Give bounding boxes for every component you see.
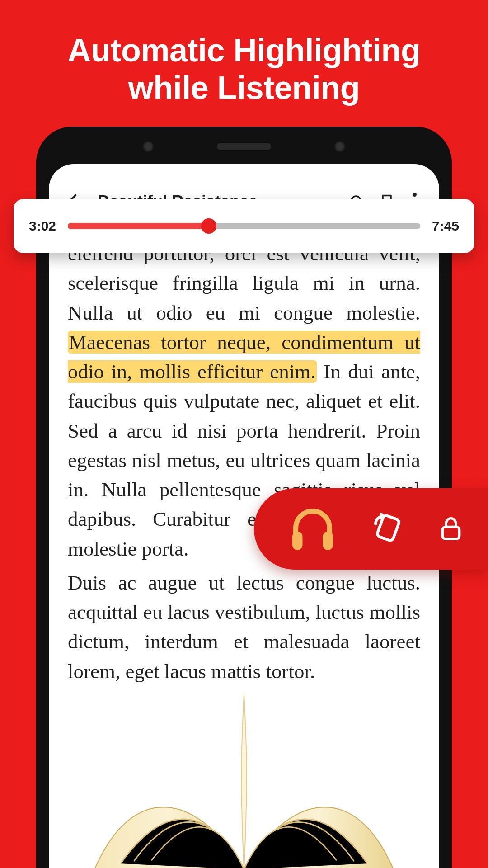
camera-dot-icon (334, 141, 345, 152)
svg-rect-4 (323, 532, 333, 550)
rotate-icon[interactable] (371, 511, 405, 547)
progress-thumb-icon[interactable] (201, 218, 216, 234)
progress-slider[interactable] (68, 223, 420, 229)
phone-hardware-top (143, 141, 345, 152)
text-plain: eleifend porttitor, orci est vehicula ve… (68, 242, 420, 324)
floating-action-pill (254, 488, 488, 570)
camera-dot-icon (143, 141, 154, 152)
svg-rect-3 (292, 532, 303, 550)
audio-progress-card: 3:02 7:45 (14, 199, 474, 253)
total-time: 7:45 (432, 218, 459, 234)
reader-body[interactable]: eleifend porttitor, orci est vehicula ve… (49, 226, 439, 686)
reader-paragraph: Duis ac augue ut lectus congue luctus. a… (68, 568, 420, 686)
progress-fill (68, 223, 209, 229)
svg-rect-6 (442, 527, 459, 539)
marketing-headline: Automatic Highlighting while Listening (0, 0, 488, 107)
elapsed-time: 3:02 (29, 218, 56, 234)
headline-line-2: while Listening (128, 70, 360, 106)
headphones-icon[interactable] (286, 501, 340, 557)
speaker-slot-icon (217, 143, 271, 150)
headline-line-1: Automatic Highlighting (68, 32, 421, 68)
lock-icon[interactable] (436, 514, 465, 544)
